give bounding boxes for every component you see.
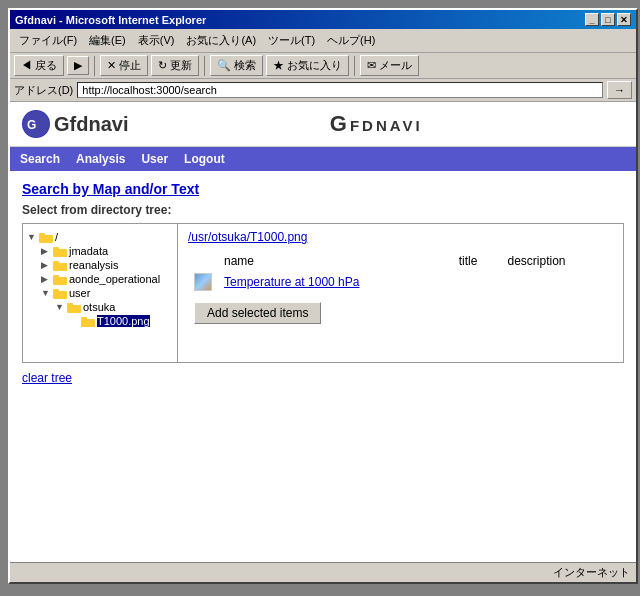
tree-item-t1000[interactable]: T1000.png [69,314,173,328]
svg-rect-2 [39,235,53,243]
file-thumbnail [194,273,212,291]
svg-rect-5 [53,247,59,250]
svg-rect-11 [53,289,59,292]
mail-button[interactable]: ✉ メール [360,55,419,76]
search-toolbar-button[interactable]: 🔍 検索 [210,55,263,76]
expand-icon-reanalysis: ▶ [41,260,51,270]
col-title-header: title [453,252,502,270]
nav-logout-link[interactable]: Logout [184,152,225,166]
menu-favorites[interactable]: お気に入り(A) [181,31,261,50]
logo-icon: G [22,110,50,138]
svg-rect-7 [53,261,59,264]
svg-rect-13 [67,303,73,306]
tree-label-t1000: T1000.png [97,315,150,327]
back-button[interactable]: ◀ 戻る [14,55,64,76]
nav-user-link[interactable]: User [141,152,168,166]
expand-icon-aonde: ▶ [41,274,51,284]
svg-rect-4 [53,249,67,257]
file-table: name title description T [188,252,613,294]
site-title: Gfdnavi [128,111,624,137]
nav-analysis-link[interactable]: Analysis [76,152,125,166]
title-bar-buttons: _ □ ✕ [585,13,631,26]
menu-tools[interactable]: ツール(T) [263,31,320,50]
tree-item-jmadata[interactable]: ▶ jmadata [41,244,173,258]
file-name-cell: Temperature at 1000 hPa [218,270,453,294]
expand-icon-otsuka: ▼ [55,302,65,312]
folder-icon-root [39,232,53,243]
logo: G Gfdnavi [22,110,128,138]
zone-text: インターネット [553,565,630,580]
toolbar-separator-3 [354,56,355,76]
svg-rect-8 [53,277,67,285]
nav-search-link[interactable]: Search [20,152,60,166]
svg-rect-3 [39,233,45,236]
col-name-header [188,252,218,270]
menu-file[interactable]: ファイル(F) [14,31,82,50]
table-row: Temperature at 1000 hPa [188,270,613,294]
menu-view[interactable]: 表示(V) [133,31,180,50]
maximize-button[interactable]: □ [601,13,615,26]
close-button[interactable]: ✕ [617,13,631,26]
file-path[interactable]: /usr/otsuka/T1000.png [188,230,613,244]
go-button[interactable]: → [607,81,632,99]
folder-icon-jmadata [53,246,67,257]
section-label: Select from directory tree: [22,203,624,217]
browser-window: Gfdnavi - Microsoft Internet Explorer _ … [8,8,638,584]
svg-rect-15 [81,317,87,320]
tree-item-reanalysis[interactable]: ▶ reanalysis [41,258,173,272]
tree-label-root: / [55,231,58,243]
minimize-button[interactable]: _ [585,13,599,26]
folder-icon-user [53,288,67,299]
svg-rect-12 [67,305,81,313]
svg-text:G: G [27,118,36,132]
menu-help[interactable]: ヘルプ(H) [322,31,380,50]
col-filename-header: name [218,252,453,270]
toolbar-separator-2 [204,56,205,76]
tree-item-otsuka[interactable]: ▼ otsuka [55,300,173,314]
svg-rect-9 [53,275,59,278]
file-title-cell [453,270,502,294]
col-description-header: description [502,252,613,270]
expand-icon-user: ▼ [41,288,51,298]
favorites-toolbar-button[interactable]: ★ お気に入り [266,55,349,76]
file-thumbnail-cell [188,270,218,294]
tree-panel: ▼ / ▶ jmadata [23,224,178,362]
tree-item-user[interactable]: ▼ user [41,286,173,300]
tree-label-user: user [69,287,90,299]
address-label: アドレス(D) [14,83,73,98]
tree-item-root[interactable]: ▼ / [27,230,173,244]
main-panel: ▼ / ▶ jmadata [22,223,624,363]
forward-button[interactable]: ▶ [67,56,89,75]
address-input[interactable] [77,82,603,98]
logo-text: Gfdnavi [54,113,128,136]
folder-icon-aonde [53,274,67,285]
folder-icon-otsuka [67,302,81,313]
file-panel: /usr/otsuka/T1000.png name title descrip… [178,224,623,362]
menu-edit[interactable]: 編集(E) [84,31,131,50]
toolbar: ◀ 戻る ▶ ✕ 停止 ↻ 更新 🔍 検索 ★ お気に入り ✉ メール [10,53,636,79]
file-name-link[interactable]: Temperature at 1000 hPa [224,275,359,289]
tree-label-jmadata: jmadata [69,245,108,257]
page-content: G Gfdnavi Gfdnavi Search Analysis User L… [10,102,636,562]
refresh-button[interactable]: ↻ 更新 [151,55,199,76]
tree-label-reanalysis: reanalysis [69,259,119,271]
address-bar: アドレス(D) → [10,79,636,102]
svg-rect-14 [81,319,95,327]
toolbar-separator [94,56,95,76]
title-bar: Gfdnavi - Microsoft Internet Explorer _ … [10,10,636,29]
svg-rect-10 [53,291,67,299]
title-bar-text: Gfdnavi - Microsoft Internet Explorer [15,14,206,26]
folder-icon-reanalysis [53,260,67,271]
page-body: Search by Map and/or Text Select from di… [10,171,636,562]
add-selected-button[interactable]: Add selected items [194,302,321,324]
expand-icon-jmadata: ▶ [41,246,51,256]
stop-button[interactable]: ✕ 停止 [100,55,148,76]
svg-rect-6 [53,263,67,271]
page-heading: Search by Map and/or Text [22,181,624,197]
clear-tree-link[interactable]: clear tree [22,371,72,385]
status-bar: インターネット [10,562,636,582]
tree-label-otsuka: otsuka [83,301,115,313]
file-description-cell [502,270,613,294]
nav-bar: Search Analysis User Logout [10,147,636,171]
tree-item-aonde-operational[interactable]: ▶ aonde_operational [41,272,173,286]
